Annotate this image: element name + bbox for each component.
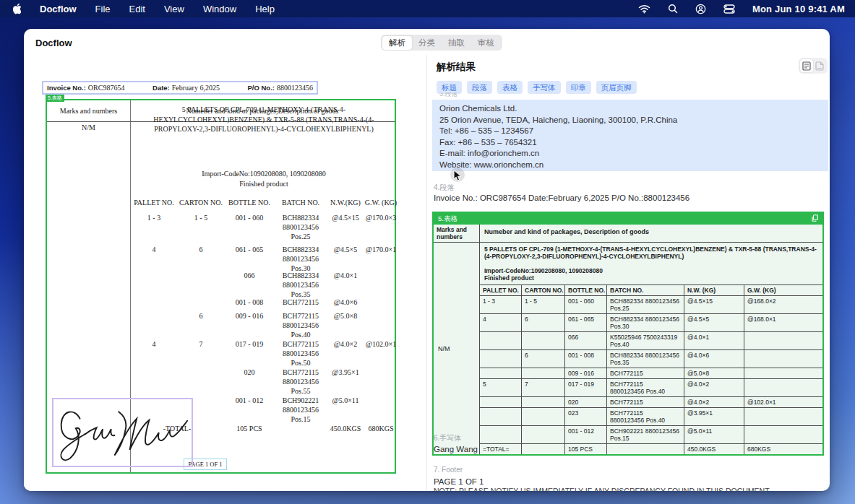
spotlight-search-icon[interactable] [668, 4, 678, 14]
menubar-clock: Mon Jun 10 9:41 AM [752, 4, 845, 14]
mode-tabs: 解析 分类 抽取 审核 [381, 35, 502, 51]
footer-text[interactable]: PAGE 1 OF 1 [434, 477, 484, 486]
tab-review[interactable]: 审核 [471, 36, 501, 50]
parsed-table-row: 001 - 012BCH902221 8800123456 Pos.15 @5.… [480, 425, 822, 443]
invoice-paragraph-text[interactable]: Invoice No.: ORC987654 Date:February 6,2… [434, 194, 689, 202]
parsed-table-titlebar: 5.表格 [434, 213, 822, 225]
panel-title: 解析结果 [437, 61, 476, 74]
clipped-bottom-text: NOTE: PLEASE NOTIFY US IMMEDIATELY IF AN… [434, 487, 828, 491]
handwriting-text[interactable]: Gang Wang [434, 445, 478, 453]
handwriting-section-label: 6.手写体 [434, 433, 461, 443]
footer-section-label: 7. Footer [434, 466, 463, 474]
table-annotation-tag: 5.表格 [46, 95, 64, 102]
signature-annotation[interactable] [52, 398, 193, 467]
parsed-table-row: 023BCH772115 8800123456 Pos.40 @3.95×1 [480, 407, 822, 425]
invoice-line-annotation[interactable]: Invoice No.:ORC987654 Date:February 6,20… [42, 81, 318, 95]
pane-divider [426, 55, 427, 491]
parsed-table-row: 57 017 - 019BCH772115 8800123456 Pos.40 … [480, 378, 822, 396]
result-view-switch [799, 58, 828, 74]
menu-file[interactable]: File [95, 4, 111, 14]
tag-paragraph[interactable]: 段落 [467, 81, 492, 94]
window-title: Docflow [35, 38, 72, 48]
parsed-table-header: Marks and numbers Numeber and kind of pa… [434, 225, 822, 243]
docflow-window: Docflow 解析 分类 抽取 审核 2R02055–Customs Decl… [24, 29, 830, 491]
pdf-header-marks: Marks and numbers [47, 100, 130, 121]
pdf-finished-product: Finished product [130, 180, 398, 188]
pdf-goods-description: 5 PALLETS OF CPL-709 (1-METHOXY-4-(TRANS… [130, 105, 398, 134]
clipped-section-label: 3.段落 [439, 92, 458, 97]
po-value: 8800123456 [277, 84, 313, 92]
tab-extract[interactable]: 抽取 [442, 36, 471, 50]
parsed-table-row: 009 - 016BCH772115 @5.0×8 [480, 368, 822, 378]
invoice-no-label: Invoice No.: [47, 84, 86, 92]
company-paragraph-block[interactable]: Orion Chemicals Ltd. 25 Orion Avenue, TE… [432, 100, 828, 171]
copy-icon[interactable] [812, 214, 818, 223]
parsed-table-tag: 5.表格 [438, 214, 457, 224]
handwritten-signature [53, 399, 192, 466]
tag-header-footer[interactable]: 页眉页脚 [596, 81, 637, 94]
tag-handwriting[interactable]: 手写体 [528, 81, 561, 94]
text-view-icon[interactable] [800, 59, 813, 72]
menu-window[interactable]: Window [203, 4, 236, 14]
pdf-table-row: 020BCH772115 8800123456 Pos.55 @3.95×1 [130, 368, 398, 396]
pdf-page[interactable]: Invoice No.:ORC987654 Date:February 6,20… [24, 55, 426, 491]
pdf-marks-value: N/M [47, 123, 130, 131]
menu-bar: Docflow File Edit View Window Help [0, 0, 855, 17]
tab-classify[interactable]: 分类 [412, 36, 442, 50]
pdf-table-row: 066BCH882334 8800123456 Pos.35 @4.0×1 [130, 271, 398, 299]
invoice-no-value: ORC987654 [88, 84, 125, 92]
pdf-table-row: 46 061 - 065BCH882334 8800123456 Pos.30 … [130, 245, 398, 273]
parsed-header-desc: Numeber and kind of packages, Descriptio… [480, 225, 822, 242]
date-label: Date: [152, 84, 170, 92]
parsed-goods-description: 5 PALLETS OF CPL-709 (1-METHOXY-4-(TRANS… [480, 243, 822, 284]
menu-edit[interactable]: Edit [129, 4, 145, 14]
parsed-table-row: 066K55025946 7500243319 Pos.40 @4.0×1 [480, 331, 822, 349]
parsed-table-row: 46 061 - 065BCH882334 8800123456 Pos.30 … [480, 313, 822, 331]
parsed-column-headers: PALLET NO.CARTON NO. BOTTLE NO.BATCH NO.… [480, 284, 822, 295]
menu-view[interactable]: View [164, 4, 184, 14]
pdf-table-row: 001 - 008BCH772115 @4.0×6 [130, 297, 398, 307]
menu-help[interactable]: Help [255, 4, 275, 14]
pdf-table-annotation[interactable]: Marks and numbers Numeber and kind of pa… [46, 99, 396, 474]
parsed-table-row: 020BCH772115 @4.0×2@102.0×1 [480, 396, 822, 407]
pdf-table-row: 47 017 - 019BCH772115 8800123456 Pos.50 … [130, 339, 398, 368]
po-label: P/O No.: [248, 84, 275, 92]
mouse-cursor [450, 168, 460, 183]
apple-menu-icon[interactable] [12, 3, 21, 14]
json-view-icon[interactable] [813, 59, 826, 72]
parsed-header-marks: Marks and numbers [434, 225, 480, 242]
parsed-table-row: 1 - 31 - 5 001 - 060BCH882334 8800123456… [480, 295, 822, 313]
control-center-icon[interactable] [723, 4, 735, 14]
pdf-inner-column-headers: PALLET NO.CARTON NO. BOTTLE NO.BATCH NO.… [130, 198, 398, 207]
element-type-tags: 标题 段落 表格 手写体 印章 页眉页脚 [437, 81, 637, 94]
menu-app-name[interactable]: Docflow [40, 4, 77, 14]
parsed-table-block[interactable]: 5.表格 Marks and numbers Numeber and kind … [432, 212, 824, 456]
wifi-icon[interactable] [638, 4, 650, 14]
paragraph-section-label: 4.段落 [434, 183, 454, 193]
pdf-table-row: 1 - 31 - 5 001 - 060BCH882334 8800123456… [130, 213, 398, 241]
parsed-marks-cell: N/M [434, 243, 480, 454]
tab-parse[interactable]: 解析 [382, 36, 412, 50]
user-account-icon[interactable] [695, 4, 706, 14]
parsed-table-row: 6 001 - 008BCH882334 8800123456 Pos.35 @… [480, 349, 822, 368]
desktop: { "menubar": { "items": ["Docflow", "Fil… [0, 0, 855, 504]
date-value: February 6,2025 [172, 84, 220, 92]
tag-seal[interactable]: 印章 [566, 81, 591, 94]
tag-table[interactable]: 表格 [497, 81, 523, 94]
parsed-total-row: =TOTAL= 105 PCS 450.0KGS680KGS [480, 443, 822, 454]
pdf-table-row: 6 009 - 016BCH772115 8800123456 Pos.40 @… [130, 311, 398, 339]
pdf-import-code: Import-CodeNo:1090208080, 1090208080 [130, 170, 398, 178]
